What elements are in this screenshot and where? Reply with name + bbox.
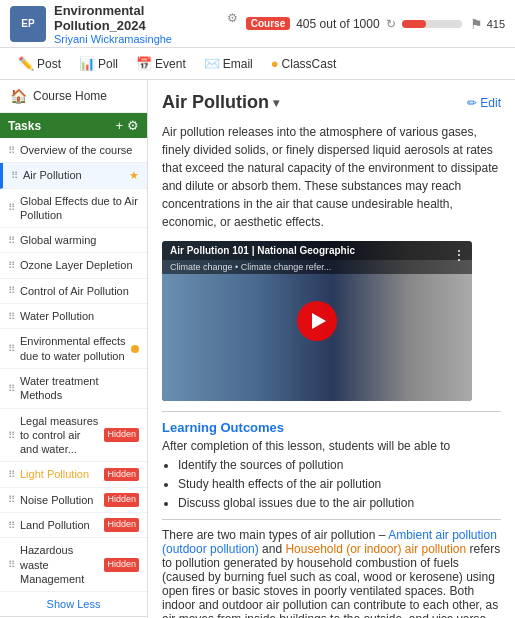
tasks-label: Tasks [8,119,41,133]
sidebar-item-label: Noise Pollution [20,493,99,507]
drag-dots: ⠿ [8,259,15,272]
sidebar-item-label: Global Effects due to Air Pollution [20,194,139,223]
drag-dots: ⠿ [8,342,15,355]
drag-dots: ⠿ [11,169,18,182]
tasks-header: Tasks + ⚙ [0,113,147,138]
sidebar: 🏠 Course Home Tasks + ⚙ ⠿ Overview of th… [0,80,148,618]
score-badge: Course [246,17,290,30]
sidebar-item-air-pollution[interactable]: ⠿ Air Pollution ★ [0,163,147,188]
pencil-icon: ✏ [467,96,477,110]
sidebar-item-legal[interactable]: ⠿ Legal measures to control air and wate… [0,409,147,463]
sidebar-item-label: Environmental effects due to water pollu… [20,334,126,363]
refresh-icon[interactable]: ↻ [386,17,396,31]
drag-dots: ⠿ [8,519,15,532]
sidebar-item-label: Water Pollution [20,309,139,323]
event-icon: 📅 [136,56,152,71]
page-title-text: Air Pollution [162,92,269,113]
hidden-badge: Hidden [104,518,139,532]
score-numbers: 405 out of 1000 [296,17,379,31]
sidebar-item-global-effects[interactable]: ⠿ Global Effects due to Air Pollution [0,189,147,229]
tab-classcast[interactable]: ● ClassCast [263,53,345,74]
flag-icon[interactable]: ⚑ [470,16,483,32]
sidebar-item-hazardous[interactable]: ⠿ Hazardous waste Management Hidden [0,538,147,592]
sidebar-item-control-air[interactable]: ⠿ Control of Air Pollution [0,279,147,304]
sidebar-item-noise[interactable]: ⠿ Noise Pollution Hidden [0,488,147,513]
drag-dots: ⠿ [8,382,15,395]
title-dropdown-arrow[interactable]: ▾ [273,96,279,110]
bullet-2: Study health effects of the air pollutio… [178,476,501,493]
tab-classcast-label: ClassCast [282,57,337,71]
sidebar-item-label: Light Pollution [20,467,99,481]
learning-bullets-list: Identify the sources of pollution Study … [178,457,501,511]
course-subtitle[interactable]: Sriyani Wickramasinghe [54,33,238,45]
nav-tabs: ✏️ Post 📊 Poll 📅 Event ✉️ Email ● ClassC… [0,48,515,80]
tab-event-label: Event [155,57,186,71]
gear-icon[interactable]: ⚙ [227,11,238,25]
tasks-add-btn[interactable]: + [115,118,123,133]
video-title: Air Pollution 101 | National Geographic [170,245,355,256]
sidebar-item-label: Global warming [20,233,139,247]
sidebar-item-water-treatment[interactable]: ⠿ Water treatment Methods [0,369,147,409]
hidden-badge: Hidden [104,493,139,507]
tasks-gear-btn[interactable]: ⚙ [127,118,139,133]
video-title-bar: Air Pollution 101 | National Geographic [162,241,472,260]
edit-button[interactable]: ✏ Edit [467,96,501,110]
tab-poll-label: Poll [98,57,118,71]
email-icon: ✉️ [204,56,220,71]
video-subtitle2: Climate change refer... [241,262,332,272]
drag-dots: ⠿ [8,558,15,571]
sidebar-item-label: Control of Air Pollution [20,284,139,298]
star-icon[interactable]: ★ [129,168,139,182]
sidebar-course-home[interactable]: 🏠 Course Home [0,80,147,113]
course-icon: EP [10,6,46,42]
sidebar-item-global-warming[interactable]: ⠿ Global warming [0,228,147,253]
drag-dots: ⠿ [8,234,15,247]
sidebar-item-label: Water treatment Methods [20,374,139,403]
content-area: Air Pollution ▾ ✏ Edit Air pollution rel… [148,80,515,618]
sidebar-item-env-effects[interactable]: ⠿ Environmental effects due to water pol… [0,329,147,369]
sidebar-item-water-pollution[interactable]: ⠿ Water Pollution [0,304,147,329]
sidebar-item-label: Hazardous waste Management [20,543,99,586]
sidebar-item-label: Legal measures to control air and water.… [20,414,99,457]
flag-count: 415 [487,18,505,30]
sidebar-item-light[interactable]: ⠿ Light Pollution Hidden [0,462,147,487]
tab-post[interactable]: ✏️ Post [10,53,69,74]
show-less-btn[interactable]: Show Less [0,592,147,616]
play-triangle-icon [312,313,326,329]
bullet-3: Discuss global issues due to the air pol… [178,495,501,512]
drag-dots: ⠿ [8,493,15,506]
tab-post-label: Post [37,57,61,71]
drag-dots: ⠿ [8,201,15,214]
tab-event[interactable]: 📅 Event [128,53,194,74]
tab-email[interactable]: ✉️ Email [196,53,261,74]
drag-dots: ⠿ [8,429,15,442]
sidebar-item-label: Overview of the course [20,143,139,157]
classcast-icon: ● [271,56,279,71]
score-bar-fill [402,20,426,28]
post-icon: ✏️ [18,56,34,71]
sidebar-item-overview[interactable]: ⠿ Overview of the course [0,138,147,163]
top-header: EP Environmental Pollution_2024 ⚙ Sriyan… [0,0,515,48]
edit-label: Edit [480,96,501,110]
page-title: Air Pollution ▾ [162,92,279,113]
tab-email-label: Email [223,57,253,71]
learning-outcomes-heading: Learning Outcomes [162,420,501,435]
main-body-text: There are two main types of air pollutio… [162,528,501,618]
video-menu-icon[interactable]: ⋮ [452,247,466,263]
sidebar-item-ozone[interactable]: ⠿ Ozone Layer Depletion [0,253,147,278]
course-title-block: Environmental Pollution_2024 ⚙ Sriyani W… [54,3,238,45]
video-container[interactable]: Air Pollution 101 | National Geographic … [162,241,472,401]
sidebar-item-label: Ozone Layer Depletion [20,258,139,272]
tasks-icons: + ⚙ [115,118,139,133]
video-subtitle-bar: Climate change • Climate change refer... [162,260,472,274]
learning-outcomes-intro: After completion of this lesson, student… [162,439,501,453]
sidebar-item-land[interactable]: ⠿ Land Pollution Hidden [0,513,147,538]
score-block: Course 405 out of 1000 ↻ [246,17,462,31]
household-link[interactable]: Household (or indoor) air pollution [285,542,466,556]
drag-dots: ⠿ [8,144,15,157]
play-button[interactable] [297,301,337,341]
bullet-1: Identify the sources of pollution [178,457,501,474]
yellow-dot-indicator [131,345,139,353]
tab-poll[interactable]: 📊 Poll [71,53,126,74]
course-title: Environmental Pollution_2024 [54,3,219,33]
